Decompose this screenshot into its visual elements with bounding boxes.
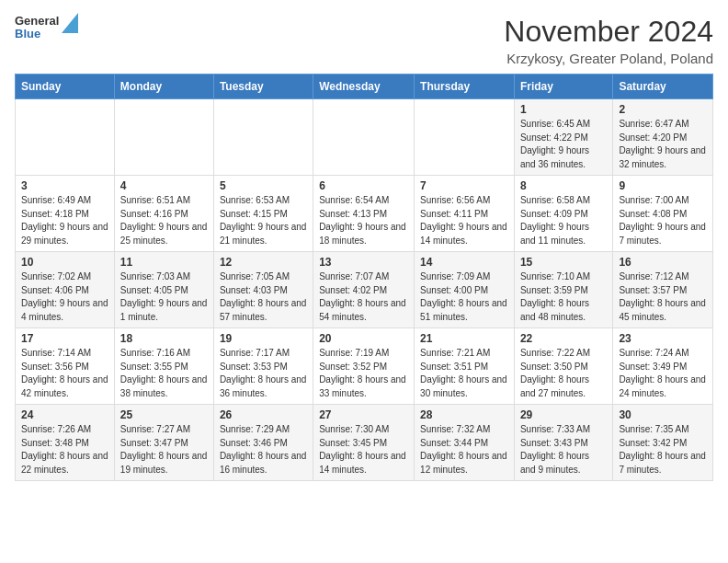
- day-number: 3: [21, 179, 108, 192]
- day-info: Sunrise: 7:00 AM Sunset: 4:08 PM Dayligh…: [619, 194, 707, 247]
- day-info: Sunrise: 7:10 AM Sunset: 3:59 PM Dayligh…: [520, 270, 607, 324]
- day-info: Sunrise: 7:24 AM Sunset: 3:49 PM Dayligh…: [619, 347, 707, 400]
- day-info: Sunrise: 7:17 AM Sunset: 3:53 PM Dayligh…: [220, 347, 307, 400]
- calendar-cell: 17Sunrise: 7:14 AM Sunset: 3:56 PM Dayli…: [16, 328, 115, 405]
- calendar-cell: 20Sunrise: 7:19 AM Sunset: 3:52 PM Dayli…: [313, 328, 415, 405]
- day-info: Sunrise: 7:22 AM Sunset: 3:50 PM Dayligh…: [520, 347, 607, 400]
- weekday-header: Monday: [114, 75, 213, 99]
- day-number: 21: [420, 332, 508, 345]
- calendar-cell: [313, 99, 415, 176]
- weekday-header: Saturday: [613, 75, 713, 99]
- day-number: 10: [21, 256, 108, 269]
- calendar-week-row: 24Sunrise: 7:26 AM Sunset: 3:48 PM Dayli…: [16, 405, 713, 481]
- weekday-header: Friday: [514, 75, 612, 99]
- calendar-cell: 25Sunrise: 7:27 AM Sunset: 3:47 PM Dayli…: [114, 405, 213, 481]
- calendar-cell: 12Sunrise: 7:05 AM Sunset: 4:03 PM Dayli…: [213, 252, 313, 328]
- calendar-cell: 27Sunrise: 7:30 AM Sunset: 3:45 PM Dayli…: [313, 405, 415, 481]
- day-number: 14: [420, 256, 508, 269]
- day-number: 18: [120, 332, 208, 345]
- day-info: Sunrise: 7:29 AM Sunset: 3:46 PM Dayligh…: [220, 423, 307, 477]
- day-number: 11: [120, 256, 208, 269]
- day-info: Sunrise: 7:27 AM Sunset: 3:47 PM Dayligh…: [120, 423, 208, 477]
- calendar-cell: 16Sunrise: 7:12 AM Sunset: 3:57 PM Dayli…: [613, 252, 713, 328]
- day-info: Sunrise: 7:21 AM Sunset: 3:51 PM Dayligh…: [420, 347, 508, 400]
- calendar-cell: 24Sunrise: 7:26 AM Sunset: 3:48 PM Dayli…: [16, 405, 115, 481]
- day-number: 26: [220, 408, 307, 421]
- day-number: 25: [120, 408, 208, 421]
- day-info: Sunrise: 7:02 AM Sunset: 4:06 PM Dayligh…: [21, 270, 108, 324]
- location-text: Krzykosy, Greater Poland, Poland: [504, 51, 713, 66]
- day-info: Sunrise: 6:53 AM Sunset: 4:15 PM Dayligh…: [220, 194, 307, 247]
- day-info: Sunrise: 7:33 AM Sunset: 3:43 PM Dayligh…: [520, 423, 607, 477]
- calendar-cell: 29Sunrise: 7:33 AM Sunset: 3:43 PM Dayli…: [514, 405, 612, 481]
- day-number: 20: [319, 332, 408, 345]
- day-number: 6: [319, 179, 408, 192]
- title-block: November 2024 Krzykosy, Greater Poland, …: [504, 15, 713, 66]
- day-info: Sunrise: 6:51 AM Sunset: 4:16 PM Dayligh…: [120, 194, 208, 247]
- day-number: 9: [619, 179, 707, 192]
- day-number: 22: [520, 332, 607, 345]
- day-info: Sunrise: 7:07 AM Sunset: 4:02 PM Dayligh…: [319, 270, 408, 324]
- day-info: Sunrise: 6:47 AM Sunset: 4:20 PM Dayligh…: [619, 118, 707, 171]
- calendar-cell: 30Sunrise: 7:35 AM Sunset: 3:42 PM Dayli…: [613, 405, 713, 481]
- calendar-cell: 1Sunrise: 6:45 AM Sunset: 4:22 PM Daylig…: [514, 99, 612, 176]
- calendar-cell: 14Sunrise: 7:09 AM Sunset: 4:00 PM Dayli…: [415, 252, 515, 328]
- calendar-week-row: 10Sunrise: 7:02 AM Sunset: 4:06 PM Dayli…: [16, 252, 713, 328]
- calendar-cell: 7Sunrise: 6:56 AM Sunset: 4:11 PM Daylig…: [415, 176, 515, 252]
- day-number: 12: [220, 256, 307, 269]
- weekday-header: Thursday: [415, 75, 515, 99]
- calendar-cell: 23Sunrise: 7:24 AM Sunset: 3:49 PM Dayli…: [613, 328, 713, 405]
- calendar-cell: [415, 99, 515, 176]
- day-info: Sunrise: 7:26 AM Sunset: 3:48 PM Dayligh…: [21, 423, 108, 477]
- page-header: General Blue November 2024 Krzykosy, Gre…: [15, 15, 713, 66]
- day-number: 7: [420, 179, 508, 192]
- calendar-cell: 9Sunrise: 7:00 AM Sunset: 4:08 PM Daylig…: [613, 176, 713, 252]
- day-number: 2: [619, 103, 707, 116]
- calendar-cell: 15Sunrise: 7:10 AM Sunset: 3:59 PM Dayli…: [514, 252, 612, 328]
- calendar-cell: 22Sunrise: 7:22 AM Sunset: 3:50 PM Dayli…: [514, 328, 612, 405]
- day-number: 19: [220, 332, 307, 345]
- day-info: Sunrise: 7:16 AM Sunset: 3:55 PM Dayligh…: [120, 347, 208, 400]
- day-info: Sunrise: 6:49 AM Sunset: 4:18 PM Dayligh…: [21, 194, 108, 247]
- day-number: 5: [220, 179, 307, 192]
- logo: General Blue: [15, 15, 78, 41]
- day-number: 15: [520, 256, 607, 269]
- day-number: 23: [619, 332, 707, 345]
- day-info: Sunrise: 6:54 AM Sunset: 4:13 PM Dayligh…: [319, 194, 408, 247]
- calendar-cell: 8Sunrise: 6:58 AM Sunset: 4:09 PM Daylig…: [514, 176, 612, 252]
- calendar-week-row: 17Sunrise: 7:14 AM Sunset: 3:56 PM Dayli…: [16, 328, 713, 405]
- calendar-cell: 4Sunrise: 6:51 AM Sunset: 4:16 PM Daylig…: [114, 176, 213, 252]
- day-info: Sunrise: 7:03 AM Sunset: 4:05 PM Dayligh…: [120, 270, 208, 324]
- calendar-cell: [114, 99, 213, 176]
- day-number: 27: [319, 408, 408, 421]
- calendar-week-row: 1Sunrise: 6:45 AM Sunset: 4:22 PM Daylig…: [16, 99, 713, 176]
- day-info: Sunrise: 6:56 AM Sunset: 4:11 PM Dayligh…: [420, 194, 508, 247]
- calendar-cell: [213, 99, 313, 176]
- calendar-cell: 26Sunrise: 7:29 AM Sunset: 3:46 PM Dayli…: [213, 405, 313, 481]
- day-number: 28: [420, 408, 508, 421]
- calendar-cell: 18Sunrise: 7:16 AM Sunset: 3:55 PM Dayli…: [114, 328, 213, 405]
- logo-blue-text: Blue: [15, 28, 59, 40]
- weekday-header-row: SundayMondayTuesdayWednesdayThursdayFrid…: [16, 75, 713, 99]
- day-number: 16: [619, 256, 707, 269]
- day-number: 8: [520, 179, 607, 192]
- calendar-cell: 5Sunrise: 6:53 AM Sunset: 4:15 PM Daylig…: [213, 176, 313, 252]
- day-number: 30: [619, 408, 707, 421]
- day-info: Sunrise: 6:45 AM Sunset: 4:22 PM Dayligh…: [520, 118, 607, 171]
- calendar-cell: 10Sunrise: 7:02 AM Sunset: 4:06 PM Dayli…: [16, 252, 115, 328]
- day-info: Sunrise: 7:14 AM Sunset: 3:56 PM Dayligh…: [21, 347, 108, 400]
- calendar-cell: 19Sunrise: 7:17 AM Sunset: 3:53 PM Dayli…: [213, 328, 313, 405]
- calendar-cell: 2Sunrise: 6:47 AM Sunset: 4:20 PM Daylig…: [613, 99, 713, 176]
- day-info: Sunrise: 7:19 AM Sunset: 3:52 PM Dayligh…: [319, 347, 408, 400]
- logo-icon: [62, 13, 78, 33]
- calendar-cell: 13Sunrise: 7:07 AM Sunset: 4:02 PM Dayli…: [313, 252, 415, 328]
- day-number: 24: [21, 408, 108, 421]
- svg-marker-0: [62, 13, 78, 33]
- day-number: 1: [520, 103, 607, 116]
- day-number: 4: [120, 179, 208, 192]
- day-info: Sunrise: 7:12 AM Sunset: 3:57 PM Dayligh…: [619, 270, 707, 324]
- day-number: 13: [319, 256, 408, 269]
- calendar-week-row: 3Sunrise: 6:49 AM Sunset: 4:18 PM Daylig…: [16, 176, 713, 252]
- day-info: Sunrise: 7:05 AM Sunset: 4:03 PM Dayligh…: [220, 270, 307, 324]
- calendar-cell: 28Sunrise: 7:32 AM Sunset: 3:44 PM Dayli…: [415, 405, 515, 481]
